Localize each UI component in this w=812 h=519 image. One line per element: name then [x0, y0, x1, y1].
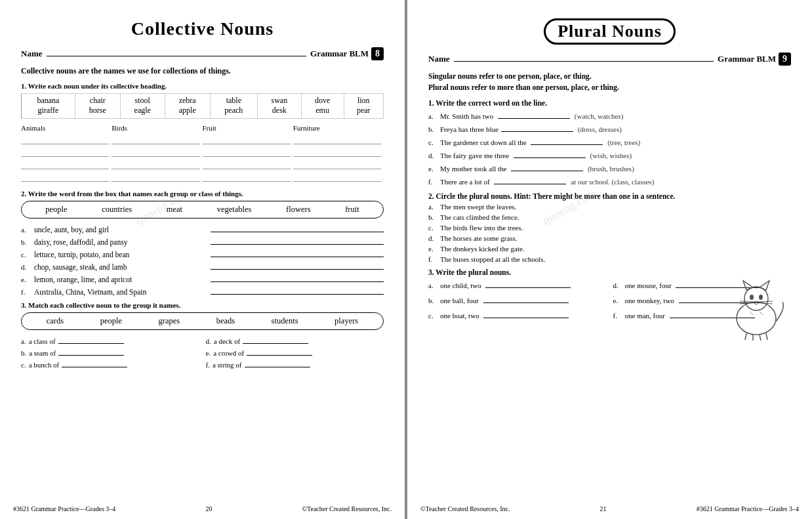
circle-row-a: a. The men swept the leaves. [428, 203, 791, 211]
circle-label-a: a. [428, 203, 437, 211]
p-label-c: c. [428, 312, 437, 320]
circle-row-e: e. The donkeys kicked the gate. [428, 245, 791, 253]
section2-answers: a. uncle, aunt, boy, and girl b. daisy, … [21, 223, 384, 296]
fill-label-f: f. [428, 178, 437, 186]
fill-options-e: (brush, brushes) [586, 165, 634, 173]
fill-blank-f[interactable] [494, 175, 566, 184]
match-grapes: grapes [158, 316, 180, 326]
match-row-b: b. a team of [21, 346, 199, 357]
match-players: players [335, 316, 358, 326]
write-line[interactable] [21, 146, 109, 157]
blank-f[interactable] [211, 285, 384, 295]
svg-line-11 [745, 333, 746, 340]
fill-blank-d[interactable] [514, 149, 586, 158]
match-blank-b[interactable] [58, 346, 124, 356]
write-line[interactable] [203, 171, 291, 182]
circle-text-c: The birds flew into the trees. [440, 224, 523, 232]
right-page-title: Plural Nouns [428, 18, 791, 45]
write-line[interactable] [112, 146, 199, 157]
svg-point-4 [750, 295, 754, 300]
right-blm-number: 9 [779, 52, 791, 66]
p-text-b: one ball, four [440, 297, 481, 304]
word-meat: meat [167, 205, 182, 215]
match-row-a: a. a class of [21, 335, 199, 345]
write-line[interactable] [293, 171, 381, 182]
match-label-b: b. [21, 349, 26, 357]
label-e: e. [21, 276, 31, 283]
write-line[interactable] [203, 134, 291, 144]
match-blank-d[interactable] [243, 335, 308, 344]
fill-label-b: b. [428, 125, 437, 133]
blank-d[interactable] [211, 260, 384, 270]
plural-nouns-title: Plural Nouns [544, 18, 676, 45]
fill-blank-e[interactable] [511, 162, 583, 171]
match-cards: cards [47, 316, 64, 326]
fill-row-c: c. The gardener cut down all the (tree, … [428, 136, 791, 146]
match-blank-e[interactable] [247, 346, 312, 356]
write-line[interactable] [112, 159, 199, 169]
cat-label-birds: Birds [112, 124, 202, 132]
svg-line-8 [740, 303, 752, 304]
match-blank-c[interactable] [62, 358, 127, 367]
answer-row-f: f. Australia, China, Vietnam, and Spain [21, 285, 384, 296]
category-birds: Birds [112, 124, 202, 183]
circle-text-b: The cats climbed the fence. [440, 213, 519, 221]
write-line[interactable] [293, 134, 381, 144]
svg-line-15 [750, 312, 753, 315]
text-e: lemon, orange, lime, and apricot [34, 276, 208, 283]
category-furniture: Furniture [293, 124, 384, 183]
fill-blank-c[interactable] [531, 136, 603, 145]
circle-label-b: b. [428, 213, 437, 221]
cat-label-furniture: Furniture [293, 124, 384, 132]
circle-label-d: d. [428, 234, 437, 242]
svg-point-0 [737, 302, 776, 335]
svg-marker-3 [760, 281, 769, 290]
blank-a[interactable] [211, 223, 384, 232]
answer-row-b: b. daisy, rose, daffodil, and pansy [21, 236, 384, 246]
text-a: uncle, aunt, boy, and girl [34, 226, 208, 234]
write-line[interactable] [293, 146, 381, 157]
circle-text-d: The horses ate some grass. [440, 234, 518, 242]
match-students: students [272, 316, 298, 326]
word-fruit: fruit [345, 205, 359, 215]
write-line[interactable] [112, 134, 199, 144]
write-line[interactable] [112, 171, 199, 182]
text-f: Australia, China, Vietnam, and Spain [34, 288, 208, 296]
p-blank-a[interactable] [485, 279, 571, 288]
fill-row-d: d. The fairy gave me three (wish, wishes… [428, 149, 791, 159]
write-line[interactable] [21, 171, 109, 182]
write-line[interactable] [293, 159, 381, 169]
p-text-d: one mouse, four [625, 281, 674, 289]
footer-right: ©Teacher Created Resources, Inc. [302, 505, 392, 512]
p-blank-c[interactable] [483, 309, 569, 318]
answer-row-d: d. chop, sausage, steak, and lamb [21, 260, 384, 271]
write-line[interactable] [203, 159, 291, 169]
circle-label-e: e. [428, 245, 437, 253]
label-c: c. [21, 251, 31, 259]
right-name-underline [454, 51, 714, 62]
fill-blank-a[interactable] [498, 110, 570, 119]
match-row-d: d. a deck of [206, 335, 384, 345]
write-line[interactable] [21, 134, 109, 144]
fill-blank-b[interactable] [501, 123, 573, 132]
svg-line-9 [761, 301, 773, 302]
blank-e[interactable] [211, 273, 384, 282]
circle-text-e: The donkeys kicked the gate. [440, 245, 525, 253]
fill-options-c: (tree, trees) [605, 138, 640, 146]
write-line[interactable] [21, 159, 109, 169]
write-line[interactable] [203, 146, 291, 157]
match-blank-a[interactable] [58, 335, 124, 344]
cat-label-fruit: Fruit [203, 124, 293, 132]
plural-row-c: c. one boat, two [428, 309, 607, 320]
noun-cell: swandesk [257, 93, 301, 118]
left-page-title: Collective Nouns [21, 18, 384, 39]
right-name-row: Name Grammar BLM 9 [428, 51, 791, 66]
blank-b[interactable] [211, 236, 384, 245]
right-footer-right: #3621 Grammar Practice—Grades 3–4 [697, 505, 799, 512]
match-blank-f[interactable] [245, 358, 310, 367]
categories-row: Animals Birds Fruit Furnit [21, 124, 384, 183]
p-text-e: one monkey, two [625, 297, 676, 304]
match-label-d: d. [206, 337, 211, 345]
p-blank-b[interactable] [483, 294, 569, 303]
blank-c[interactable] [211, 248, 384, 257]
